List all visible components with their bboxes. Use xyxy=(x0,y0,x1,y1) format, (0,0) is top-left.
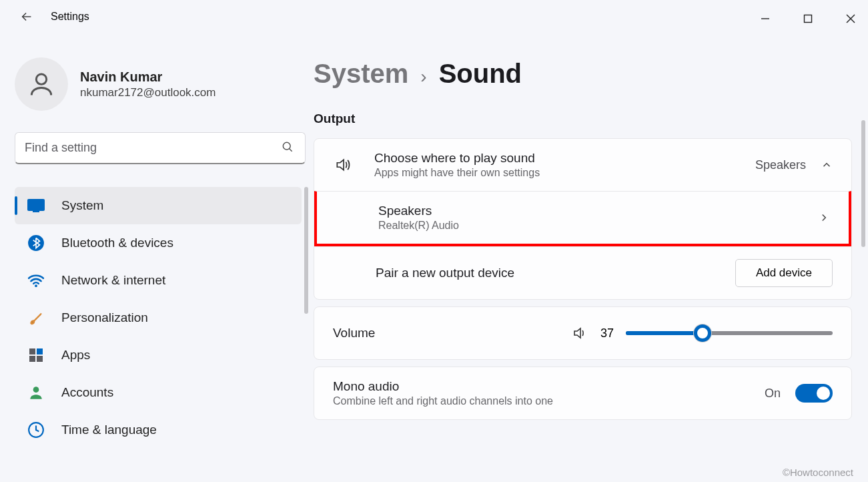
wifi-icon xyxy=(27,271,45,290)
bluetooth-icon xyxy=(27,234,45,252)
nav-item-system[interactable]: System xyxy=(15,187,302,224)
nav-scrollbar[interactable] xyxy=(304,187,308,314)
svg-rect-7 xyxy=(27,199,45,211)
svg-rect-13 xyxy=(29,356,35,362)
volume-card: Volume 37 xyxy=(314,306,852,360)
breadcrumb-parent[interactable]: System xyxy=(314,59,408,89)
nav-label: Network & internet xyxy=(61,273,165,288)
volume-icon[interactable] xyxy=(571,325,588,341)
mono-card: Mono audio Combine left and right audio … xyxy=(314,367,852,420)
minimize-button[interactable] xyxy=(753,9,777,28)
speaker-icon xyxy=(333,156,360,174)
svg-rect-1 xyxy=(805,15,812,23)
close-button[interactable] xyxy=(839,9,863,28)
brush-icon xyxy=(27,308,45,327)
choose-output-row[interactable]: Choose where to play sound Apps might ha… xyxy=(314,139,851,191)
mono-state: On xyxy=(765,387,781,401)
nav-label: Time & language xyxy=(61,423,157,437)
nav-item-time-language[interactable]: Time & language xyxy=(15,411,302,449)
volume-row: Volume 37 xyxy=(314,307,851,359)
avatar xyxy=(15,57,68,111)
profile-block[interactable]: Navin Kumar nkumar2172@outlook.com xyxy=(15,57,307,111)
speakers-row[interactable]: Speakers Realtek(R) Audio xyxy=(314,191,851,246)
nav-list: System Bluetooth & devices Network & int… xyxy=(15,187,307,449)
profile-name: Navin Kumar xyxy=(80,69,215,85)
pair-device-row: Pair a new output device Add device xyxy=(314,246,851,299)
output-card: Choose where to play sound Apps might ha… xyxy=(314,138,852,300)
nav-label: Apps xyxy=(61,348,90,363)
nav-active-indicator xyxy=(15,196,17,215)
nav-item-accounts[interactable]: Accounts xyxy=(15,374,302,411)
svg-rect-14 xyxy=(37,356,43,362)
choose-output-sub: Apps might have their own settings xyxy=(374,167,755,179)
nav-label: Personalization xyxy=(61,310,148,325)
monitor-icon xyxy=(27,196,45,215)
person-icon xyxy=(27,69,56,99)
nav-label: Accounts xyxy=(61,385,113,400)
speakers-title: Speakers xyxy=(378,204,818,218)
choose-output-value: Speakers xyxy=(755,158,806,172)
pair-device-title: Pair a new output device xyxy=(376,266,735,280)
arrow-left-icon xyxy=(19,9,34,24)
mono-row: Mono audio Combine left and right audio … xyxy=(314,367,851,419)
volume-slider-fill xyxy=(626,331,703,335)
main-content: System › Sound Output Choose where to pl… xyxy=(314,33,868,482)
search-box[interactable] xyxy=(15,132,306,164)
minimize-icon xyxy=(761,14,770,23)
choose-output-title: Choose where to play sound xyxy=(374,151,755,166)
close-icon xyxy=(846,14,855,23)
svg-rect-12 xyxy=(37,348,43,354)
nav-item-personalization[interactable]: Personalization xyxy=(15,299,302,336)
mono-sub: Combine left and right audio channels in… xyxy=(333,395,765,407)
watermark: ©Howtoconnect xyxy=(783,467,853,478)
svg-line-6 xyxy=(290,148,292,151)
nav-item-bluetooth[interactable]: Bluetooth & devices xyxy=(15,224,302,262)
search-icon xyxy=(281,140,294,156)
nav-label: System xyxy=(61,198,103,213)
chevron-right-icon xyxy=(818,212,830,224)
maximize-button[interactable] xyxy=(796,9,820,28)
maximize-icon xyxy=(803,14,813,23)
volume-slider[interactable] xyxy=(626,331,833,335)
breadcrumb-current: Sound xyxy=(439,59,522,89)
volume-value: 37 xyxy=(600,326,614,340)
volume-title: Volume xyxy=(333,326,571,340)
svg-point-4 xyxy=(36,74,46,84)
search-input[interactable] xyxy=(25,141,296,155)
nav-item-apps[interactable]: Apps xyxy=(15,336,302,374)
svg-point-15 xyxy=(33,387,39,393)
mono-title: Mono audio xyxy=(333,379,765,394)
svg-rect-11 xyxy=(29,348,35,354)
mono-toggle[interactable] xyxy=(795,384,833,403)
clock-globe-icon xyxy=(27,421,45,439)
chevron-up-icon xyxy=(821,159,833,171)
svg-rect-8 xyxy=(33,211,39,212)
back-button[interactable] xyxy=(15,5,39,29)
chevron-right-icon: › xyxy=(420,66,426,87)
main-scrollbar[interactable] xyxy=(861,120,865,247)
accounts-icon xyxy=(27,383,45,402)
nav-label: Bluetooth & devices xyxy=(61,236,173,250)
nav-item-network[interactable]: Network & internet xyxy=(15,262,302,299)
svg-point-5 xyxy=(283,142,290,150)
sidebar: Navin Kumar nkumar2172@outlook.com Syste… xyxy=(0,33,314,482)
apps-icon xyxy=(27,346,45,365)
volume-slider-thumb[interactable] xyxy=(694,324,711,342)
add-device-button[interactable]: Add device xyxy=(735,259,833,287)
window-title: Settings xyxy=(51,11,89,23)
speakers-sub: Realtek(R) Audio xyxy=(378,220,818,232)
svg-point-10 xyxy=(35,284,37,287)
section-heading-output: Output xyxy=(314,111,852,126)
titlebar: Settings xyxy=(0,0,868,33)
profile-email: nkumar2172@outlook.com xyxy=(80,86,215,99)
breadcrumb: System › Sound xyxy=(314,59,852,89)
